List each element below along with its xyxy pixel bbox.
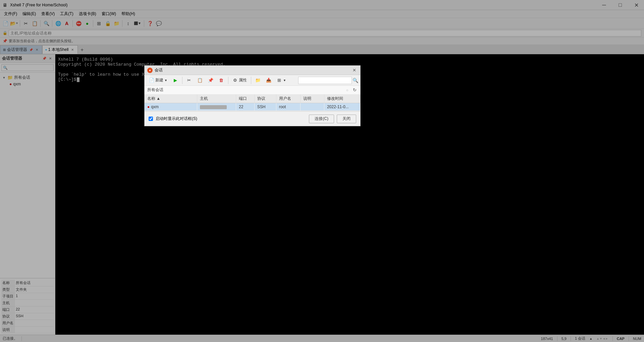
prop-row-port: 端口 22 [1, 306, 54, 313]
dialog-btn2[interactable]: ▶ [170, 76, 180, 84]
dialog-paste-button[interactable]: 📌 [206, 76, 216, 84]
row-session-icon: ● [147, 105, 150, 109]
prop-key-note: 说明 [1, 327, 15, 333]
dialog-import-button[interactable]: 📥 [264, 76, 274, 84]
cell-modified: 2022-11-0... [324, 103, 360, 111]
menu-item-F[interactable]: 文件(F) [1, 10, 20, 17]
col-host[interactable]: 主机 [197, 94, 236, 103]
layout-button[interactable]: ⊞ [95, 19, 103, 27]
sidebar-header: 会话管理器 📌 ✕ [0, 54, 55, 63]
sidebar-close-button[interactable]: ✕ [48, 56, 53, 61]
restore-button[interactable]: □ [612, 0, 628, 10]
col-port[interactable]: 端口 [236, 94, 255, 103]
cmd-button[interactable]: ⬛▼ [133, 19, 142, 27]
folder-icon-dlg: 📁 [255, 78, 261, 83]
menu-item-E[interactable]: 编辑(E) [20, 10, 39, 17]
record-button[interactable]: ● [83, 19, 91, 27]
dialog-folder-button[interactable]: 📁 [253, 76, 263, 84]
copy-button[interactable]: 📋 [31, 19, 39, 27]
address-input[interactable] [9, 30, 641, 37]
menu-item-T[interactable]: 工具(T) [57, 10, 76, 17]
lock-button[interactable]: 🔒 [104, 19, 112, 27]
tab-local-shell[interactable]: ● 1 本地Shell ✕ [42, 45, 78, 54]
title-bar: 🖥 Xshell 7 (Free for Home/School) ─ □ ✕ [0, 0, 644, 10]
dialog-copy-button[interactable]: 📋 [195, 76, 205, 84]
prop-row-host: 主机 [1, 300, 54, 306]
show-on-startup-checkbox[interactable] [149, 117, 153, 121]
help-button[interactable]: ❓ [146, 19, 154, 27]
dialog-title: 会话 [155, 67, 349, 73]
tab-session-manager-close[interactable]: ✕ [35, 48, 39, 52]
folder-icon: 📁 [7, 75, 13, 80]
tip-text: 要添加当前会话，点击左侧的箭头按钮。 [9, 39, 75, 44]
prop-key-type: 类型 [1, 286, 15, 293]
tab-session-manager[interactable]: ⊞ 会话管理器 📌 ✕ [0, 45, 42, 54]
tree-item-qxm[interactable]: ● qxm [0, 81, 55, 87]
toolbar-separator-2 [40, 20, 41, 27]
session-manager-icon: ⊞ [3, 48, 6, 52]
col-name[interactable]: 名称 ▲ [145, 94, 197, 103]
dialog-title-icon: ● [147, 68, 153, 73]
dialog-connect-button[interactable]: 连接(C) [309, 115, 334, 123]
col-modified[interactable]: 修改时间 [324, 94, 360, 103]
col-note[interactable]: 说明 [301, 94, 324, 103]
prop-row-note: 说明 [1, 327, 54, 333]
status-cursor: 5,9 [561, 337, 567, 341]
app-icon: 🖥 [3, 2, 8, 8]
session-dialog[interactable]: ● 会话 ✕ 📄 新建 ▼ ▶ ✂ 📋 📌 [144, 65, 361, 126]
close-button[interactable]: ✕ [629, 0, 644, 10]
open-button[interactable]: 📂▼ [10, 19, 18, 27]
dialog-table: 名称 ▲ 主机 端口 协议 用户名 说明 修改时间 ● qxm [145, 94, 360, 111]
cut-button[interactable]: ✂ [22, 19, 30, 27]
dialog-delete-button[interactable]: 🗑 [216, 76, 226, 84]
col-username[interactable]: 用户名 [276, 94, 300, 103]
sidebar-pin-button[interactable]: 📌 [42, 56, 47, 61]
new-file-button[interactable]: 📄 [1, 19, 9, 27]
table-header-row: 名称 ▲ 主机 端口 协议 用户名 说明 修改时间 [145, 94, 360, 103]
dialog-search-icon[interactable]: 🔍 [353, 78, 358, 83]
dialog-close-button[interactable]: ✕ [351, 67, 358, 74]
prop-key-protocol: 协议 [1, 313, 15, 320]
menu-item-V[interactable]: 查看(V) [39, 10, 57, 17]
dialog-search-input[interactable] [298, 77, 352, 84]
minimize-button[interactable]: ─ [596, 0, 612, 10]
cell-port: 22 [236, 103, 255, 111]
sidebar-search-input[interactable] [1, 64, 54, 71]
paste-icon: 📌 [208, 78, 213, 83]
globe-button[interactable]: 🌐 [54, 19, 62, 27]
tree-item-all-sessions[interactable]: ▼ 📁 所有会话 [0, 74, 55, 81]
toolbar-separator-4 [72, 20, 73, 27]
dialog-cut-button[interactable]: ✂ [184, 76, 194, 84]
folder-ctrl-refresh[interactable]: ○ [344, 87, 350, 93]
host-masked [200, 105, 227, 109]
tab-local-shell-close[interactable]: ✕ [70, 47, 75, 52]
col-protocol[interactable]: 协议 [254, 94, 276, 103]
menu-item-W[interactable]: 窗口(W) [99, 10, 119, 17]
dialog-close-btn[interactable]: 关闭 [337, 115, 356, 123]
folder-ctrl-reload[interactable]: ↻ [352, 87, 358, 93]
status-separator-4 [612, 336, 613, 341]
dialog-view-button[interactable]: ⊞ ▼ [274, 76, 288, 84]
dialog-new-button[interactable]: 📄 新建 ▼ [147, 76, 170, 84]
font-button[interactable]: A [63, 19, 71, 27]
menu-item-B[interactable]: 选项卡(B) [76, 10, 99, 17]
search-button[interactable]: 🔍 [42, 19, 50, 27]
stop-button[interactable]: ⛔ [74, 19, 83, 27]
table-row[interactable]: ● qxm 22 SSH root 2022-11-0... [145, 103, 360, 111]
arrow-button[interactable]: ↕ [124, 19, 132, 27]
status-sessions: 1 会话 [575, 336, 585, 341]
prop-val-host [15, 300, 54, 306]
view-arrow: ▼ [283, 79, 286, 82]
menu-bar: 文件(F)编辑(E)查看(V)工具(T)选项卡(B)窗口(W)帮助(H) [0, 10, 644, 18]
dialog-toolbar: 📄 新建 ▼ ▶ ✂ 📋 📌 🗑 ⚙ 属性 [145, 75, 360, 86]
status-cap: CAP [617, 337, 625, 341]
menu-item-H[interactable]: 帮助(H) [119, 10, 138, 17]
tab-session-manager-pin[interactable]: 📌 [29, 48, 33, 52]
prop-key-name: 名称 [1, 280, 15, 286]
sidebar-controls: 📌 ✕ [42, 56, 53, 61]
add-tab-button[interactable]: + [78, 46, 87, 54]
comment-button[interactable]: 💬 [155, 19, 163, 27]
window-title: Xshell 7 (Free for Home/School) [10, 3, 641, 7]
dialog-properties-button[interactable]: ⚙ 属性 [230, 76, 249, 84]
folder-open-button[interactable]: 📁 [112, 19, 120, 27]
